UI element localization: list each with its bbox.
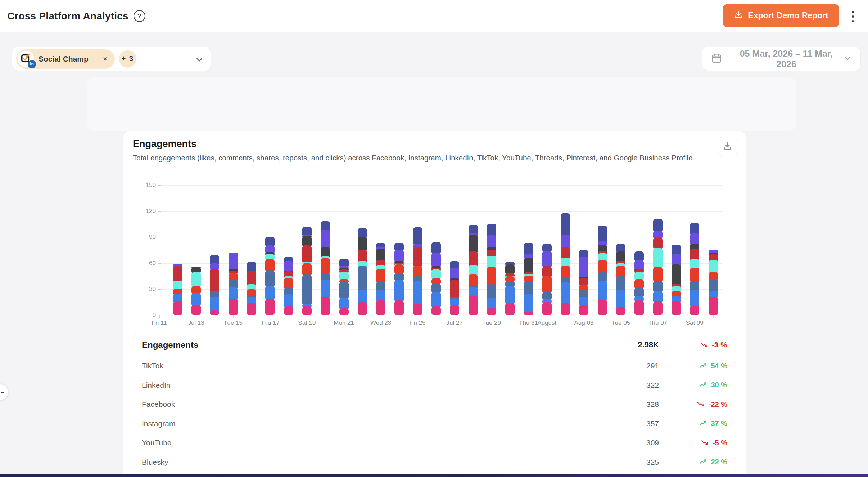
- stacked-bar[interactable]: [690, 223, 699, 315]
- stacked-bar[interactable]: [358, 228, 367, 315]
- x-axis-label: Sat 09: [686, 319, 704, 327]
- more-accounts-badge[interactable]: + 3: [119, 50, 136, 68]
- export-demo-report-button[interactable]: Export Demo Report: [723, 4, 839, 27]
- stacked-bar[interactable]: [210, 255, 219, 315]
- bar-segment-crimson: [247, 271, 256, 286]
- download-chart-button[interactable]: [718, 137, 737, 156]
- table-title: Engagements: [142, 340, 594, 350]
- account-chip-label: Social Champ: [39, 55, 89, 63]
- chevron-down-icon[interactable]: [195, 55, 204, 66]
- bar-segment-pink: [672, 301, 681, 315]
- x-tick-mark: [381, 315, 381, 318]
- stacked-bar[interactable]: [247, 262, 256, 315]
- platform-change: 22 %: [659, 458, 727, 466]
- stacked-bar[interactable]: [709, 250, 718, 315]
- table-row[interactable]: Bluesky32522 %: [133, 453, 736, 472]
- stacked-bar[interactable]: [469, 225, 478, 315]
- stacked-bar[interactable]: [505, 262, 515, 315]
- x-tick-mark: [713, 315, 714, 318]
- bar-segment-pink: [284, 306, 293, 315]
- stacked-bar[interactable]: [579, 250, 588, 315]
- stacked-bar[interactable]: [524, 243, 533, 315]
- bar-segment-pink: [450, 305, 459, 315]
- bar-segment-blue: [394, 280, 404, 303]
- stacked-bar[interactable]: [487, 224, 496, 315]
- y-axis-label: 0: [153, 312, 156, 319]
- trend-up-icon: [699, 419, 708, 428]
- x-axis-label: Wed 23: [370, 319, 391, 327]
- bar-segment-steel-blue: [524, 281, 533, 296]
- bar-segment-red: [542, 276, 552, 294]
- stacked-bar[interactable]: [561, 213, 570, 315]
- bar-segment-red: [690, 268, 699, 282]
- bar-segment-charcoal: [358, 237, 367, 251]
- x-axis-label: Mon 21: [334, 319, 354, 327]
- stacked-bar[interactable]: [265, 237, 275, 315]
- table-row[interactable]: LinkedIn32230 %: [133, 376, 736, 395]
- stacked-bar[interactable]: [173, 264, 182, 315]
- y-tick-mark: [158, 211, 161, 212]
- stacked-bar[interactable]: [394, 243, 404, 315]
- bar-segment-blue: [431, 292, 441, 308]
- avatar: in: [18, 51, 34, 67]
- x-tick-mark: [529, 315, 529, 318]
- trend-down-icon: [701, 439, 710, 447]
- bar-segment-crimson: [413, 247, 422, 268]
- bar-segment-navy: [413, 227, 422, 246]
- platform-change: 37 %: [659, 419, 727, 428]
- x-tick-mark: [418, 315, 418, 318]
- bar-segment-pink: [690, 306, 699, 315]
- stacked-bar[interactable]: [672, 245, 681, 315]
- account-chip[interactable]: in Social Champ ×: [16, 49, 115, 69]
- table-total-value: 2.98K: [594, 340, 659, 350]
- table-total-change: -3 %: [659, 341, 727, 349]
- bar-segment-pink: [265, 299, 275, 315]
- bar-segment-violet: [321, 230, 330, 249]
- date-range-picker[interactable]: 05 Mar, 2026 – 11 Mar, 2026: [702, 47, 861, 71]
- bar-segment-pink: [616, 307, 625, 315]
- bar-segment-pink: [524, 312, 533, 315]
- x-tick-mark: [307, 315, 307, 318]
- stacked-bar[interactable]: [598, 226, 607, 315]
- y-tick-mark: [158, 315, 161, 315]
- stacked-bar[interactable]: [376, 243, 385, 315]
- remove-account-icon[interactable]: ×: [103, 55, 108, 63]
- bar-segment-charcoal: [469, 235, 478, 253]
- bar-segment-red: [321, 258, 330, 275]
- table-row[interactable]: Instagram35737 %: [133, 414, 736, 434]
- y-tick-mark: [158, 237, 161, 237]
- table-row[interactable]: YouTube309-5 %: [133, 433, 736, 453]
- bar-segment-blue: [413, 281, 422, 305]
- table-row[interactable]: Facebook328-22 %: [133, 395, 736, 414]
- stacked-bar[interactable]: [284, 257, 293, 315]
- bar-segment-blue: [524, 294, 533, 313]
- x-axis-label: Jul 27: [447, 319, 463, 327]
- sidebar-collapse-handle[interactable]: [0, 384, 8, 400]
- stacked-bar[interactable]: [653, 219, 663, 315]
- kebab-menu-icon[interactable]: [846, 9, 860, 24]
- help-icon[interactable]: ?: [134, 10, 145, 22]
- x-tick-mark: [233, 315, 234, 318]
- stacked-bar[interactable]: [616, 244, 625, 315]
- stacked-bar[interactable]: [339, 259, 349, 315]
- bar-segment-pink: [376, 300, 385, 315]
- export-button-label: Export Demo Report: [748, 11, 828, 21]
- x-tick-mark: [621, 315, 621, 318]
- stacked-bar[interactable]: [302, 227, 312, 315]
- stacked-bar[interactable]: [413, 227, 422, 315]
- account-filter-select[interactable]: in Social Champ × + 3: [12, 47, 211, 71]
- stacked-bar[interactable]: [431, 242, 441, 315]
- stacked-bar[interactable]: [450, 261, 459, 315]
- stacked-bar[interactable]: [321, 221, 330, 315]
- stacked-bar[interactable]: [229, 253, 238, 315]
- stacked-bar[interactable]: [191, 267, 201, 315]
- trend-up-icon: [699, 458, 708, 466]
- bar-segment-blue: [505, 286, 515, 305]
- x-tick-mark: [584, 315, 584, 318]
- x-tick-mark: [344, 315, 344, 318]
- gridline: [161, 211, 722, 212]
- table-row[interactable]: TikTok29154 %: [133, 356, 736, 376]
- stacked-bar[interactable]: [634, 251, 644, 315]
- bar-segment-pink: [358, 302, 367, 315]
- stacked-bar[interactable]: [542, 244, 552, 315]
